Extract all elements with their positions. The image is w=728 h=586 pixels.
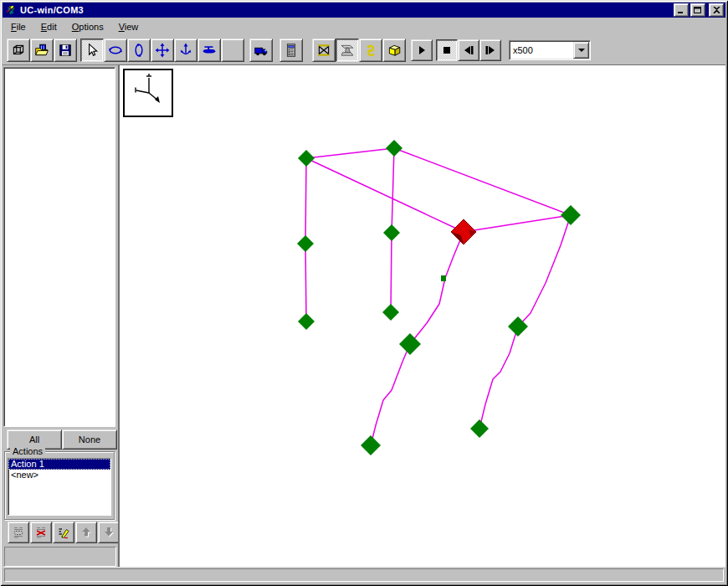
open-button[interactable]: [30, 39, 54, 62]
move-down-button[interactable]: [98, 522, 120, 543]
app-window: UC-win/COM3 FileEditOptionsView: [0, 0, 728, 586]
delete-action-icon: [34, 526, 48, 539]
solid-cube-icon: [387, 43, 402, 58]
airplane-icon: [202, 43, 217, 58]
main-area: All None Actions Action 1<new>: [3, 64, 725, 567]
frame-member[interactable]: [306, 158, 464, 232]
delete-action-button[interactable]: [30, 522, 52, 543]
minimize-button[interactable]: [674, 3, 689, 17]
zoom-scale-select[interactable]: x500: [509, 40, 591, 60]
menu-options[interactable]: Options: [67, 20, 109, 33]
step-back-button[interactable]: [458, 39, 479, 61]
restraint-arrows-icon: [363, 43, 378, 58]
frame-member[interactable]: [305, 244, 306, 321]
selection-panel[interactable]: [3, 67, 115, 427]
axis-tripod-icon: [125, 70, 172, 116]
rotate-horizontal-button[interactable]: [104, 39, 127, 62]
actions-groupbox: Actions Action 1<new>: [4, 451, 115, 520]
rotate-vertical-button[interactable]: [127, 39, 151, 62]
close-button[interactable]: [709, 3, 724, 17]
node[interactable]: [298, 150, 315, 167]
window-title: UC-win/COM3: [20, 5, 672, 15]
minimize-icon: [677, 7, 685, 14]
edit-action-button[interactable]: [53, 522, 74, 543]
deformed-member[interactable]: [479, 215, 571, 429]
calculator-icon: [284, 43, 299, 58]
new-model-button[interactable]: [7, 39, 30, 62]
beam-solid-icon: [340, 43, 355, 58]
solid-view-button[interactable]: [382, 39, 406, 62]
maximize-button[interactable]: [690, 3, 705, 17]
menu-edit[interactable]: Edit: [36, 20, 62, 33]
model-canvas[interactable]: [118, 64, 725, 567]
move-up-icon: [79, 526, 93, 539]
menu-file[interactable]: File: [6, 20, 31, 33]
node[interactable]: [382, 304, 399, 321]
node[interactable]: [383, 224, 400, 241]
actions-list[interactable]: Action 1<new>: [8, 458, 111, 516]
move-vertical-button[interactable]: [174, 39, 197, 62]
wireframe-cube-icon: [11, 43, 26, 58]
app-icon: [4, 4, 18, 17]
action-item[interactable]: Action 1: [8, 459, 110, 470]
drive-view-button[interactable]: [249, 39, 273, 62]
open-folder-icon: [34, 43, 49, 58]
truck-icon: [254, 43, 269, 58]
node[interactable]: [361, 435, 381, 455]
menu-view[interactable]: View: [114, 20, 144, 33]
frame-member[interactable]: [305, 158, 306, 244]
frame-member[interactable]: [394, 148, 571, 215]
node[interactable]: [298, 313, 315, 330]
status-bar: [3, 567, 725, 583]
play-button[interactable]: [411, 39, 433, 61]
floppy-disk-icon: [58, 43, 73, 58]
frame-member[interactable]: [464, 215, 571, 232]
pan-arrows-icon: [155, 43, 170, 58]
save-button[interactable]: [54, 39, 77, 62]
rotate-horizontal-icon: [108, 43, 123, 58]
action-item[interactable]: <new>: [8, 470, 110, 481]
structure-model[interactable]: [120, 65, 724, 563]
frame-member[interactable]: [306, 148, 394, 158]
chevron-down-icon: [578, 49, 585, 55]
action-toolbar: [8, 522, 120, 543]
select-none-button[interactable]: None: [62, 429, 117, 450]
add-action-button[interactable]: [8, 522, 29, 543]
small-node[interactable]: [441, 275, 446, 281]
edit-action-icon: [57, 526, 70, 539]
node[interactable]: [297, 235, 314, 252]
sidebar: All None Actions Action 1<new>: [3, 64, 118, 567]
stop-icon: [441, 44, 453, 56]
frame-member[interactable]: [391, 233, 392, 312]
select-cursor-button[interactable]: [80, 39, 104, 62]
fly-view-button[interactable]: [197, 39, 221, 62]
combo-dropdown-button[interactable]: [573, 42, 589, 59]
axis-indicator: [123, 69, 173, 117]
node[interactable]: [386, 140, 402, 157]
stop-button[interactable]: [436, 39, 458, 61]
status-field: [4, 568, 724, 582]
move-up-button[interactable]: [75, 522, 97, 543]
zoom-scale-value: x500: [510, 45, 572, 55]
vertical-anchor-icon: [178, 43, 193, 58]
pan-button[interactable]: [151, 39, 174, 62]
deformed-member[interactable]: [371, 232, 464, 445]
step-forward-button[interactable]: [479, 39, 501, 61]
sidebar-status-panel: [4, 547, 116, 567]
beam-wireframe-button[interactable]: [312, 39, 336, 62]
restraints-button[interactable]: [359, 39, 382, 62]
node[interactable]: [561, 205, 581, 225]
title-bar[interactable]: UC-win/COM3: [3, 3, 725, 18]
add-action-icon: [12, 526, 25, 539]
calculator-button[interactable]: [279, 39, 303, 62]
actions-group-label: Actions: [10, 446, 45, 456]
play-icon: [416, 44, 428, 56]
node[interactable]: [470, 419, 489, 438]
menu-bar: FileEditOptionsView: [3, 19, 725, 34]
frame-member[interactable]: [392, 148, 394, 233]
beam-solid-button[interactable]: [336, 39, 359, 62]
step-forward-icon: [484, 44, 496, 56]
select-none-label: None: [79, 434, 100, 445]
node[interactable]: [399, 333, 421, 355]
move-down-icon: [102, 526, 115, 539]
